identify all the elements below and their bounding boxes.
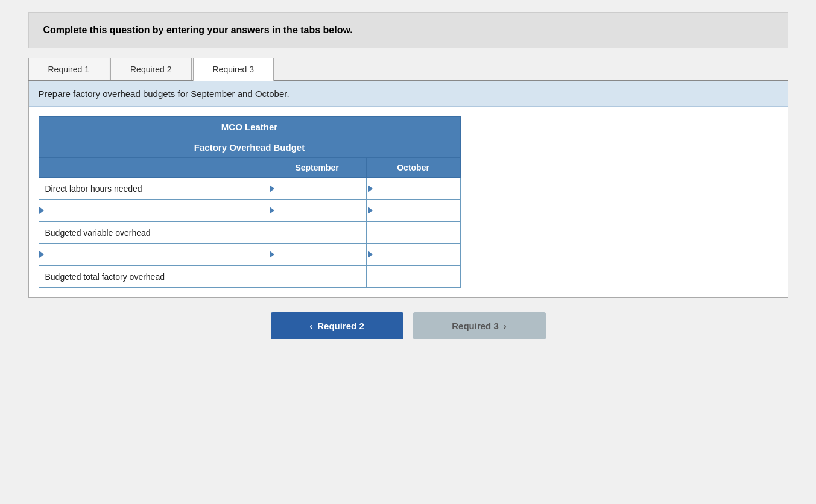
page-wrapper: Complete this question by entering your …: [28, 12, 788, 351]
tab-required2[interactable]: Required 2: [110, 58, 192, 80]
table-row: Direct labor hours needed: [39, 178, 460, 200]
title-row-2: Factory Overhead Budget: [39, 137, 460, 158]
editable-row-label-2-cell: [39, 244, 268, 266]
sub-instruction: Prepare factory overhead budgets for Sep…: [29, 81, 788, 107]
tab-required3[interactable]: Required 3: [193, 58, 274, 81]
direct-labor-sep-cell: [268, 178, 366, 200]
editable-row2-sep-input[interactable]: [268, 244, 366, 265]
prev-button[interactable]: ‹ Required 2: [271, 312, 403, 339]
variable-overhead-oct-input[interactable]: [367, 222, 460, 243]
editable-row2-oct-input[interactable]: [367, 244, 460, 265]
table-row: [39, 200, 460, 222]
row-label-variable-overhead: Budgeted variable overhead: [39, 222, 268, 244]
table-title2: Factory Overhead Budget: [39, 137, 460, 158]
arrow-icon: [368, 185, 373, 192]
next-label: Required 3: [452, 321, 499, 331]
next-icon: ›: [504, 321, 507, 331]
direct-labor-sep-input[interactable]: [268, 178, 366, 199]
arrow-icon: [270, 251, 274, 258]
col-header-september: September: [268, 158, 366, 178]
table-row: Budgeted variable overhead: [39, 222, 460, 244]
col-header-empty: [39, 158, 268, 178]
editable-label-1-input[interactable]: [48, 203, 262, 218]
direct-labor-oct-input[interactable]: [367, 178, 460, 199]
table-row: Budgeted total factory overhead: [39, 266, 460, 288]
navigation-bar: ‹ Required 2 Required 3 ›: [28, 312, 788, 351]
editable-row1-sep-input[interactable]: [268, 200, 366, 221]
prev-label: Required 2: [317, 321, 364, 331]
editable-label-2-input[interactable]: [48, 247, 262, 262]
editable-row-label-1-cell: [39, 200, 268, 222]
editable-row1-oct-cell: [366, 200, 460, 222]
variable-overhead-sep-cell: [268, 222, 366, 244]
next-button[interactable]: Required 3 ›: [413, 312, 546, 339]
editable-row2-sep-cell: [268, 244, 366, 266]
col-header-row: September October: [39, 158, 460, 178]
arrow-icon: [368, 207, 373, 214]
total-overhead-sep-cell: [268, 266, 366, 288]
direct-labor-oct-cell: [366, 178, 460, 200]
table-title1: MCO Leather: [39, 117, 460, 137]
arrow-icon: [39, 207, 44, 214]
tab-required1[interactable]: Required 1: [28, 58, 110, 80]
table-wrapper: MCO Leather Factory Overhead Budget Sept…: [29, 107, 788, 297]
instruction-text: Complete this question by entering your …: [43, 25, 353, 35]
editable-row1-oct-input[interactable]: [367, 200, 460, 221]
tabs-container: Required 1 Required 2 Required 3: [28, 58, 788, 81]
total-overhead-sep-input[interactable]: [268, 266, 366, 287]
table-row: [39, 244, 460, 266]
editable-row1-sep-cell: [268, 200, 366, 222]
arrow-icon: [270, 185, 274, 192]
total-overhead-oct-cell: [366, 266, 460, 288]
arrow-icon: [270, 207, 274, 214]
row-label-total-overhead: Budgeted total factory overhead: [39, 266, 268, 288]
variable-overhead-oct-cell: [366, 222, 460, 244]
total-overhead-oct-input[interactable]: [367, 266, 460, 287]
instruction-box: Complete this question by entering your …: [28, 12, 788, 48]
prev-icon: ‹: [309, 321, 312, 331]
content-area: Prepare factory overhead budgets for Sep…: [28, 81, 788, 298]
budget-table: MCO Leather Factory Overhead Budget Sept…: [39, 116, 461, 288]
col-header-october: October: [366, 158, 460, 178]
editable-row2-oct-cell: [366, 244, 460, 266]
arrow-icon: [39, 251, 44, 258]
variable-overhead-sep-input[interactable]: [268, 222, 366, 243]
title-row-1: MCO Leather: [39, 117, 460, 137]
row-label-direct-labor: Direct labor hours needed: [39, 178, 268, 200]
arrow-icon: [368, 251, 373, 258]
